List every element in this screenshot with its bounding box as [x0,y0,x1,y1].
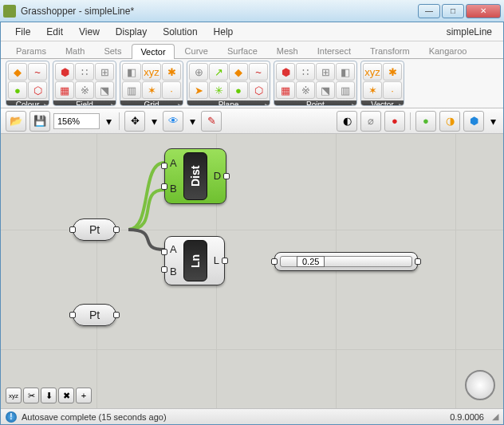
output-grip[interactable] [222,258,228,264]
output-d[interactable]: D [212,166,222,187]
menu-file[interactable]: File [7,24,38,40]
menu-display[interactable]: Display [108,24,155,40]
selected-preview-button[interactable]: ● [384,111,405,132]
output-l[interactable]: L [212,250,221,271]
input-grip[interactable] [161,183,167,190]
input-grip[interactable] [161,163,167,169]
tool-button[interactable]: ~ [28,63,47,81]
input-a[interactable]: A [168,239,179,260]
zoom-extents-dropdown[interactable]: ▾ [148,111,159,132]
input-grip[interactable] [271,258,278,265]
shade-button[interactable]: ◐ [337,111,357,132]
tool-button[interactable]: ✶ [363,81,382,99]
tool-button[interactable]: ⊞ [95,63,114,81]
download-icon[interactable]: ⬇ [41,388,57,403]
tool-button[interactable]: ▥ [122,81,141,99]
tool-button[interactable]: ▦ [55,81,74,99]
tool-button[interactable]: ↗ [209,63,228,81]
output-grip[interactable] [113,312,120,318]
zoom-extents-button[interactable]: ✥ [124,111,145,132]
tool-button[interactable]: xyz [363,63,382,81]
component-distance[interactable]: A B Dist D [164,148,226,204]
tool-button[interactable]: ✳ [209,81,228,99]
group-label[interactable]: Grid [120,100,183,106]
group-label[interactable]: Vector [361,100,404,106]
input-grip[interactable] [69,312,76,318]
tool-button[interactable]: · [383,81,402,99]
preview-dropdown[interactable]: ▾ [187,111,198,132]
tool-button[interactable]: ▦ [276,81,295,99]
close-icon[interactable]: ✖ [58,388,74,403]
tool-button[interactable]: ◧ [122,63,141,81]
group-label[interactable]: Plane [187,100,270,106]
tab-vector[interactable]: Vector [132,44,174,59]
tool-button[interactable]: ⬔ [95,81,114,99]
xyz-icon[interactable]: xyz [6,388,22,403]
tool-button[interactable]: ⊕ [189,63,208,81]
tab-kangaroo[interactable]: Kangaroo [420,43,476,58]
output-grip[interactable] [113,226,120,233]
tab-params[interactable]: Params [7,43,55,58]
param-point-1[interactable]: Pt [73,218,116,241]
doc-preview-button[interactable]: ● [415,111,436,132]
open-button[interactable]: 📂 [6,111,26,132]
tool-button[interactable]: ∷ [75,63,94,81]
preview-mode-dropdown[interactable]: ▾ [487,111,498,132]
blue-preview-button[interactable]: ⬢ [463,111,484,132]
resize-grip[interactable]: ◢ [492,411,498,422]
tool-button[interactable]: ∷ [296,63,315,81]
tool-button[interactable]: ⊞ [316,63,335,81]
menu-solution[interactable]: Solution [155,24,205,40]
group-label[interactable]: Point [274,100,356,106]
tool-button[interactable]: ● [229,81,248,99]
preview-button[interactable]: 👁 [163,111,183,132]
tool-button[interactable]: xyz [142,63,161,81]
tool-button[interactable]: ⬡ [28,81,47,99]
input-grip[interactable] [161,266,167,273]
tool-button[interactable]: ✱ [383,63,402,81]
close-button[interactable]: ✕ [466,4,501,18]
input-b[interactable]: B [168,262,179,282]
tool-button[interactable]: ⬢ [276,63,295,81]
tab-sets[interactable]: Sets [95,43,130,58]
param-point-2[interactable]: Pt [73,304,116,326]
group-label[interactable]: Colour [6,100,49,106]
save-button[interactable]: 💾 [30,111,50,132]
zoom-dropdown[interactable]: ▾ [103,111,114,132]
tab-intersect[interactable]: Intersect [309,43,360,58]
output-grip[interactable] [415,258,421,265]
tool-button[interactable]: ⬔ [316,81,335,99]
pin-icon[interactable]: ✂ [23,388,39,403]
zoom-input[interactable] [53,113,100,129]
sketch-button[interactable]: ✎ [201,111,222,132]
tool-button[interactable]: ● [8,81,27,99]
tool-button[interactable]: ~ [249,63,268,81]
canvas[interactable]: A B Dist D Pt A B [1,134,503,408]
tool-button[interactable]: ◆ [8,63,27,81]
tab-transform[interactable]: Transform [361,43,419,58]
slider-value[interactable]: 0.25 [297,256,325,267]
tool-button[interactable]: ⬢ [55,63,74,81]
add-icon[interactable]: + [76,388,92,403]
input-b[interactable]: B [168,179,179,199]
tab-mesh[interactable]: Mesh [268,43,307,58]
menu-view[interactable]: View [71,24,108,40]
tool-button[interactable]: ▥ [336,81,355,99]
number-slider[interactable]: 0.25 [274,252,418,271]
input-grip[interactable] [69,226,76,233]
wire-button[interactable]: ⌀ [360,111,381,132]
menu-help[interactable]: Help [206,24,242,40]
input-grip[interactable] [161,249,167,255]
tool-button[interactable]: ※ [296,81,315,99]
doc-name[interactable]: simpleLine [447,26,497,37]
minimize-button[interactable]: — [418,4,440,18]
slider-track[interactable]: 0.25 [280,256,412,267]
tool-button[interactable]: ◧ [336,63,355,81]
half-preview-button[interactable]: ◑ [439,111,460,132]
component-line[interactable]: A B Ln L [164,236,225,285]
output-grip[interactable] [223,173,230,179]
maximize-button[interactable]: □ [442,4,464,18]
menu-edit[interactable]: Edit [38,24,71,40]
tab-surface[interactable]: Surface [219,43,266,58]
tool-button[interactable]: ※ [75,81,94,99]
